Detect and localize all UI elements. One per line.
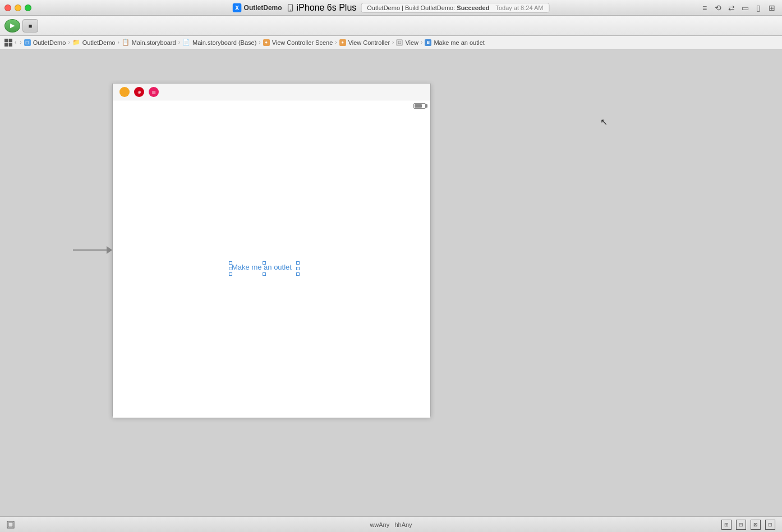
- minimize-button[interactable]: [15, 4, 21, 11]
- exit-icon[interactable]: ▤: [149, 87, 159, 97]
- layout-icon3[interactable]: ⊞: [766, 2, 778, 13]
- statusbar-icon: [7, 521, 15, 529]
- scene-icon: ●: [263, 39, 270, 46]
- breadcrumb-vc-scene[interactable]: ● View Controller Scene: [263, 39, 333, 46]
- device-content[interactable]: Make me an outlet: [113, 112, 430, 418]
- vc-circle-icon[interactable]: [119, 87, 130, 97]
- layout-icon1[interactable]: ▭: [739, 2, 751, 13]
- build-label: OutletDemo | Build OutletDemo:: [367, 4, 457, 11]
- device-statusbar: [113, 100, 430, 112]
- build-result: Succeeded: [457, 4, 489, 11]
- segue-arrow: [73, 244, 112, 256]
- layout-icon2[interactable]: ▯: [753, 2, 764, 13]
- toolbar: ▶ ■: [0, 16, 782, 36]
- scene-toolbar: ⊕ ▤: [113, 84, 430, 100]
- label-text[interactable]: Make me an outlet: [231, 263, 293, 271]
- storyboard-base-icon: 📄: [182, 39, 190, 46]
- canvas-area[interactable]: ⊕ ▤: [0, 49, 782, 516]
- svg-text:▤: ▤: [152, 90, 156, 94]
- sep1: ›: [68, 39, 70, 45]
- statusbar-left[interactable]: [7, 521, 15, 529]
- device-name: iPhone 6s Plus: [297, 3, 357, 13]
- label-icon: B: [425, 39, 431, 46]
- build-status-bar: OutletDemo | Build OutletDemo: Succeeded…: [361, 3, 549, 13]
- sep3: ›: [178, 39, 180, 45]
- sep6: ›: [392, 39, 394, 45]
- iphone-frame[interactable]: ⊕ ▤: [112, 83, 431, 417]
- statusbar-right: ⊞ ⊟ ⊠ ⊡: [721, 520, 775, 530]
- close-button[interactable]: [4, 4, 11, 11]
- breadcrumb-outletdemo-project[interactable]: ◻ OutletDemo: [24, 39, 66, 46]
- arrow-line: [73, 249, 107, 251]
- svg-text:X: X: [235, 5, 239, 11]
- breadcrumb-main-storyboard[interactable]: 📋 Main.storyboard: [122, 39, 176, 46]
- statusbar-center: wwAny hhAny: [370, 521, 412, 528]
- sep4: ›: [259, 39, 260, 45]
- battery-icon: [413, 103, 426, 109]
- breadcrumb-bar: ‹ › ◻ OutletDemo › 📁 OutletDemo › 📋 Main…: [0, 36, 782, 49]
- maximize-button[interactable]: [25, 4, 31, 11]
- breadcrumb-main-storyboard-base[interactable]: 📄 Main.storyboard (Base): [182, 39, 256, 46]
- breadcrumb-label[interactable]: B Make me an outlet: [425, 39, 485, 46]
- history-icon[interactable]: ⟲: [712, 2, 724, 13]
- xcode-icon: X: [233, 3, 242, 12]
- handle-top-center: [263, 261, 266, 265]
- size-icon-3[interactable]: ⊠: [751, 520, 761, 530]
- folder-icon: 📁: [72, 39, 80, 46]
- device-icon: [287, 4, 295, 12]
- handle-bot-left: [229, 272, 232, 276]
- breadcrumb-base-name: Main.storyboard (Base): [192, 39, 256, 46]
- standard-editor-icon[interactable]: ≡: [699, 2, 710, 13]
- breadcrumb-vc[interactable]: ● View Controller: [339, 39, 390, 46]
- size-w-val: wAny: [374, 521, 389, 528]
- run-button[interactable]: ▶: [4, 19, 20, 33]
- size-w: w: [370, 521, 374, 528]
- sep5: ›: [335, 39, 337, 45]
- breadcrumb-nav-left[interactable]: ‹: [15, 39, 16, 45]
- label-element-container[interactable]: Make me an outlet: [231, 263, 293, 271]
- app-info: X OutletDemo: [233, 3, 282, 12]
- breadcrumb-scene-name: View Controller Scene: [272, 39, 333, 46]
- cursor: ↖: [600, 117, 608, 127]
- size-label: wwAny hhAny: [370, 521, 412, 528]
- handle-bot-right: [296, 272, 300, 276]
- device-selector[interactable]: iPhone 6s Plus: [287, 3, 357, 13]
- assistant-editor-icon[interactable]: ⇄: [726, 2, 737, 13]
- scene-container: ⊕ ▤: [73, 83, 431, 417]
- svg-text:⊕: ⊕: [137, 90, 141, 95]
- handle-mid-right: [296, 267, 300, 270]
- view-icon: □: [396, 39, 403, 46]
- arrow-head: [107, 246, 112, 254]
- size-icon-1[interactable]: ⊞: [721, 520, 732, 530]
- breadcrumb-label-name: Make me an outlet: [434, 39, 485, 46]
- size-h-val: hAny: [398, 521, 412, 528]
- breadcrumb-nav-right[interactable]: ›: [20, 39, 21, 45]
- breadcrumb-outletdemo-folder[interactable]: 📁 OutletDemo: [72, 39, 116, 46]
- titlebar-right: ≡ ⟲ ⇄ ▭ ▯ ⊞: [699, 2, 778, 13]
- sep2: ›: [117, 39, 119, 45]
- breadcrumb-view[interactable]: □ View: [396, 39, 418, 46]
- project-icon: ◻: [24, 39, 31, 46]
- breadcrumb-folder-name: OutletDemo: [82, 39, 116, 46]
- title-bar: X OutletDemo iPhone 6s Plus OutletDemo |…: [0, 0, 782, 16]
- breadcrumb-view-name: View: [405, 39, 418, 46]
- breadcrumb-storyboard-name: Main.storyboard: [132, 39, 176, 46]
- handle-bot-center: [263, 272, 266, 276]
- main-layout: ⊕ ▤: [0, 49, 782, 516]
- sep7: ›: [421, 39, 422, 45]
- first-responder-icon[interactable]: ⊕: [134, 87, 144, 97]
- svg-rect-9: [8, 522, 13, 527]
- handle-top-right: [296, 261, 300, 265]
- handle-top-left: [229, 261, 232, 265]
- breadcrumb-grid[interactable]: [4, 39, 12, 47]
- vc-icon: ●: [339, 39, 346, 46]
- size-icon-4[interactable]: ⊡: [765, 520, 775, 530]
- size-icon-2[interactable]: ⊟: [736, 520, 746, 530]
- build-time: Today at 8:24 AM: [495, 4, 543, 11]
- stop-button[interactable]: ■: [22, 19, 38, 33]
- breadcrumb-vc-name: View Controller: [348, 39, 390, 46]
- titlebar-center: X OutletDemo iPhone 6s Plus OutletDemo |…: [233, 3, 550, 13]
- traffic-lights: [4, 4, 31, 11]
- statusbar: wwAny hhAny ⊞ ⊟ ⊠ ⊡: [0, 516, 782, 532]
- app-name: OutletDemo: [244, 4, 282, 12]
